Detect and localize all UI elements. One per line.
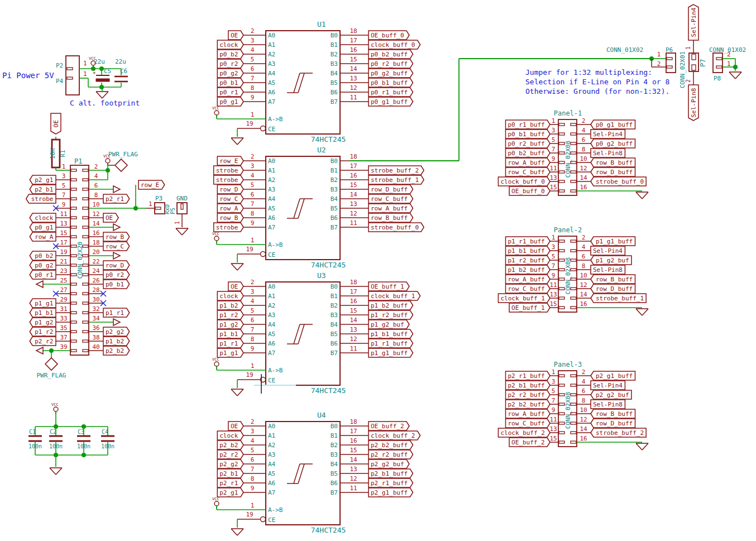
net-label[interactable]: row_B_buff — [591, 275, 635, 284]
net-label[interactable]: p2_b2_buff — [506, 400, 551, 409]
pwr-flag-diamond[interactable] — [115, 159, 127, 171]
net-label[interactable]: OE_buff_1 — [369, 282, 409, 291]
net-label[interactable]: p2_r1 — [103, 194, 130, 203]
net-label[interactable]: row_D — [103, 261, 130, 270]
connector-p7[interactable]: Sel-Pin41CONN_02X01P72Sel-Pin8 — [679, 4, 707, 121]
gnd-symbol[interactable] — [50, 468, 62, 475]
net-label[interactable]: p0_b1_buff — [369, 78, 413, 87]
net-label[interactable]: p0_r2_buff — [369, 59, 413, 68]
net-label[interactable]: strobe_buff_0 — [369, 223, 424, 232]
net-label[interactable]: p2_g2 — [217, 459, 243, 468]
net-label[interactable]: Sel-Pin8 — [591, 149, 625, 157]
net-label[interactable]: clock_buff_1 — [498, 294, 550, 303]
net-label[interactable]: OE_buff_1 — [509, 303, 550, 312]
net-label[interactable]: strobe_buff_2 — [591, 428, 646, 437]
net-label[interactable]: clock_buff_0 — [498, 177, 550, 186]
net-label[interactable]: Sel-Pin4 — [591, 130, 625, 138]
net-label[interactable]: p2_b1 — [30, 185, 56, 194]
connector-p2-p4[interactable]: P2P411 — [56, 56, 87, 95]
capacitor-c3[interactable]: C3100n — [77, 427, 90, 455]
net-label[interactable]: row_C_buff — [506, 419, 551, 428]
net-label[interactable]: p2_g1 — [217, 488, 243, 497]
connector-body[interactable] — [713, 53, 722, 73]
gnd-symbol[interactable] — [231, 138, 243, 145]
net-label[interactable]: p0_r1_buff — [369, 88, 413, 97]
net-label[interactable]: p0_b1_buff — [506, 130, 551, 138]
net-label-vertical[interactable]: OE — [51, 113, 61, 134]
net-label[interactable]: p0_b2_buff — [506, 149, 551, 157]
net-label[interactable]: OE_buff_0 — [369, 31, 409, 40]
net-label[interactable]: row_A — [217, 204, 243, 213]
net-label[interactable]: row_C_buff — [369, 194, 413, 203]
connector-gnd[interactable]: GND1 — [174, 195, 188, 227]
net-label[interactable]: clock_buff_0 — [369, 40, 420, 49]
connector-p1[interactable]: P1CONN_02X2013p2_g15p2_b17strobe911clock… — [26, 151, 165, 379]
net-label[interactable]: p1_b1_buff — [369, 329, 413, 338]
net-label[interactable]: p2_r2_buff — [506, 390, 551, 399]
net-label[interactable]: row_D — [217, 185, 243, 194]
net-label[interactable]: p0_g1 — [30, 223, 56, 232]
net-label[interactable]: OE — [228, 31, 243, 40]
net-label[interactable]: strobe_buff_1 — [591, 294, 646, 303]
net-label[interactable]: p0_b1 — [103, 280, 130, 289]
gnd-symbol[interactable] — [636, 443, 648, 450]
gnd-symbol[interactable] — [729, 72, 741, 79]
net-label[interactable]: p2_r1 — [217, 478, 243, 487]
net-label[interactable]: clock — [30, 213, 56, 222]
net-label[interactable]: p1_r1_buff — [369, 339, 413, 348]
net-label[interactable]: p0_g1_buff — [369, 97, 413, 106]
net-label[interactable]: strobe — [214, 166, 243, 175]
net-label[interactable]: row_C — [217, 194, 243, 203]
net-label[interactable]: Sel-Pin4 — [591, 246, 625, 255]
net-label[interactable]: clock_buff_2 — [369, 431, 420, 440]
net-label[interactable]: p0_g2_buff — [369, 69, 413, 78]
net-label[interactable]: row_B — [103, 232, 130, 241]
net-label[interactable]: strobe — [214, 223, 243, 232]
net-label[interactable]: row_B — [217, 213, 243, 222]
net-label[interactable]: clock_buff_1 — [369, 291, 420, 300]
net-label[interactable]: p1_b2_buff — [506, 265, 551, 274]
net-label[interactable]: OE — [228, 282, 243, 291]
net-label[interactable]: p1_r2 — [217, 310, 243, 319]
net-label[interactable]: p0_g1 — [217, 97, 243, 106]
net-label[interactable]: p2_r2 — [30, 337, 56, 346]
net-label[interactable]: p0_r2 — [103, 270, 130, 279]
net-label[interactable]: row_D_buff — [591, 167, 635, 176]
net-label[interactable]: row_E — [138, 180, 165, 189]
gnd-symbol[interactable] — [231, 389, 243, 396]
connector-body[interactable] — [666, 53, 676, 73]
net-label[interactable]: row_C_buff — [506, 284, 551, 293]
net-label[interactable]: row_B_buff — [591, 409, 635, 418]
vcc-symbol[interactable]: VCC — [212, 497, 219, 509]
net-label[interactable]: p1_b1 — [217, 329, 243, 338]
ic-u2[interactable]: U274HCT2452A0row_E3A1strobe4A2strobe5A3r… — [212, 146, 424, 270]
connector-panel-1[interactable]: Panel-1CONN_02X081p0_r1_buff3p0_b1_buff5… — [498, 109, 648, 199]
net-label[interactable]: strobe_buff_1 — [369, 175, 424, 184]
net-label[interactable]: p2_g1_buff — [369, 488, 413, 497]
net-label[interactable]: p0_b2 — [217, 50, 243, 59]
net-label[interactable]: p0_r2_buff — [506, 139, 551, 148]
net-label[interactable]: p1_g1_buff — [591, 237, 635, 246]
net-label[interactable]: row_C_buff — [506, 167, 551, 176]
net-label[interactable]: p0_r1 — [30, 270, 56, 279]
net-label[interactable]: p1_b2_buff — [369, 301, 413, 310]
net-label[interactable]: p1_r2 — [30, 327, 56, 336]
net-label[interactable]: p1_g1 — [217, 348, 243, 357]
connector-body[interactable] — [689, 53, 698, 71]
connector-p8[interactable]: CONN_01X02P821 — [709, 46, 746, 82]
net-label[interactable]: p1_g2 — [217, 320, 243, 329]
net-label[interactable]: row_A_buff — [506, 275, 551, 284]
net-label[interactable]: p2_b1_buff — [369, 469, 413, 478]
net-label[interactable]: p2_r2_buff — [369, 450, 413, 459]
net-label[interactable]: row_B_buff — [369, 213, 413, 222]
vcc-symbol[interactable]: VCC — [51, 403, 59, 414]
net-label[interactable]: OE — [103, 213, 118, 222]
ic-u3[interactable]: U374HCT2452A0OE3A1clock4A2p1_b25A3p1_r26… — [212, 271, 420, 396]
net-label[interactable]: clock — [217, 40, 243, 49]
net-label[interactable]: p2_b2 — [103, 346, 130, 355]
net-label[interactable]: row_A_buff — [506, 409, 551, 418]
net-label[interactable]: p2_b1_buff — [506, 381, 551, 390]
net-label[interactable]: p1_r2_buff — [369, 310, 413, 319]
net-label[interactable]: row_A_buff — [506, 158, 551, 167]
net-label[interactable]: row_D_buff — [591, 284, 635, 293]
